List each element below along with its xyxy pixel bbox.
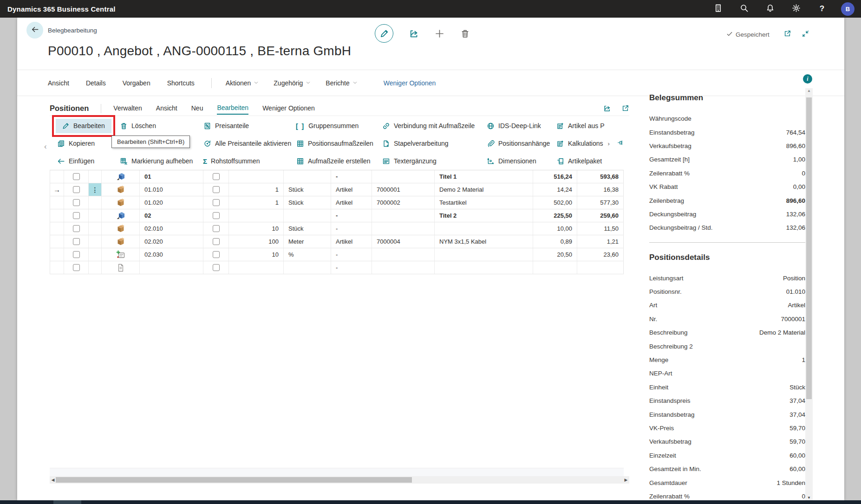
table-cell[interactable]: - (331, 209, 372, 222)
row-checkbox[interactable] (213, 251, 220, 258)
table-cell[interactable]: 225,50 (533, 209, 577, 222)
field-label[interactable]: Gesamtdauer (649, 479, 687, 486)
action-textergänzung[interactable]: Textergänzung (381, 152, 485, 170)
ribbon-less-options[interactable]: Weniger Optionen (384, 79, 436, 87)
field-label[interactable]: Währungscode (649, 115, 691, 122)
field-label[interactable]: Beschreibung (649, 329, 688, 336)
action-gruppensummen[interactable]: [ ]Gruppensummen (295, 117, 381, 135)
table-cell[interactable] (435, 222, 533, 235)
field-label[interactable]: NEP-Art (649, 370, 672, 377)
row-menu-icon[interactable]: ⋮ (92, 186, 98, 194)
table-row-02.010[interactable]: 02.01010Stück-10,0011,50 (50, 222, 623, 235)
table-cell[interactable]: 7000002 (372, 196, 435, 209)
action-kopieren[interactable]: Kopieren (56, 135, 118, 152)
factbox-scrollbar[interactable]: ▲ ▼ (805, 88, 813, 500)
field-label[interactable]: Leistungsart (649, 275, 684, 282)
share-button[interactable] (409, 29, 419, 39)
row-checkbox[interactable] (73, 225, 80, 232)
table-cell[interactable]: Artikel (331, 196, 372, 209)
info-icon[interactable]: i (803, 74, 812, 84)
tab-bearbeiten[interactable]: Bearbeiten (217, 102, 248, 115)
row-checkbox[interactable] (213, 264, 220, 271)
table-cell[interactable]: 1,21 (577, 235, 623, 248)
field-label[interactable]: Einstandsbetrag (649, 411, 695, 418)
table-cell[interactable] (229, 261, 284, 274)
table-cell[interactable]: 20,50 (533, 248, 577, 261)
field-label[interactable]: Gesamtzeit in Min. (649, 465, 701, 472)
table-cell[interactable] (284, 170, 331, 183)
table-cell[interactable] (435, 248, 533, 261)
building-button[interactable] (711, 2, 725, 16)
table-cell[interactable]: 23,60 (577, 248, 623, 261)
tab-weniger-optionen[interactable]: Weniger Optionen (262, 103, 315, 114)
action-positionsaufmaßzeilen[interactable]: Positionsaufmaßzeilen (295, 135, 381, 152)
table-cell[interactable]: - (331, 248, 372, 261)
ribbon-menu-aktionen[interactable]: Aktionen (226, 79, 259, 87)
table-cell[interactable]: 01 (140, 170, 203, 183)
collapse-button[interactable] (802, 30, 809, 38)
table-cell[interactable] (284, 209, 331, 222)
action-artikel-aus-p[interactable]: Artikel aus P (555, 117, 632, 135)
table-cell[interactable] (533, 261, 577, 274)
user-avatar[interactable]: B (841, 2, 854, 16)
field-label[interactable]: Zeilenrabatt % (649, 493, 690, 500)
ribbon-item-details[interactable]: Details (86, 79, 106, 87)
table-cell[interactable]: 10,00 (533, 222, 577, 235)
action-artikelpaket[interactable]: Artikelpaket (555, 152, 632, 170)
table-cell[interactable]: Stück (284, 183, 331, 196)
row-checkbox[interactable] (213, 199, 220, 206)
pin-icon[interactable] (617, 139, 624, 148)
section-popout-button[interactable] (621, 104, 629, 112)
table-cell[interactable] (140, 261, 203, 274)
action-bearbeiten[interactable]: Bearbeiten (56, 119, 111, 133)
table-cell[interactable]: Artikel (331, 235, 372, 248)
table-cell[interactable] (372, 209, 435, 222)
row-checkbox[interactable] (73, 186, 80, 193)
chevron-right-icon[interactable]: › (608, 140, 610, 147)
field-label[interactable]: Zeilenbetrag (649, 197, 684, 204)
field-label[interactable]: Verkaufsbetrag (649, 438, 691, 445)
field-label[interactable]: Nr. (649, 316, 657, 323)
table-cell[interactable]: 11,50 (577, 222, 623, 235)
table-cell[interactable] (372, 248, 435, 261)
ribbon-menu-zugehörig[interactable]: Zugehörig (274, 79, 311, 87)
action-markierung-aufheben[interactable]: Markierung aufheben (118, 152, 202, 170)
table-cell[interactable]: Artikel (331, 183, 372, 196)
table-cell[interactable]: Demo 2 Material (435, 183, 533, 196)
field-label[interactable]: Zeilenrabatt % (649, 170, 690, 177)
field-label[interactable]: Positionsnr. (649, 288, 682, 295)
toolbar-scroll-left-icon[interactable]: ‹ (44, 142, 47, 151)
table-cell[interactable] (372, 222, 435, 235)
horizontal-scrollbar[interactable]: ◀ ▶ (50, 476, 629, 484)
table-cell[interactable] (435, 261, 533, 274)
table-cell[interactable] (577, 261, 623, 274)
section-share-button[interactable] (603, 104, 611, 112)
table-row-empty[interactable]: - (50, 261, 623, 274)
help-button[interactable]: ? (815, 2, 829, 16)
table-cell[interactable]: Titel 1 (435, 170, 533, 183)
table-row-01.010[interactable]: →⋮01.0101StückArtikel7000001Demo 2 Mater… (50, 183, 623, 196)
field-label[interactable]: Gesamtzeit [h] (649, 156, 690, 163)
row-checkbox[interactable] (73, 238, 80, 245)
field-label[interactable]: Art (649, 302, 657, 309)
action-dimensionen[interactable]: Dimensionen (485, 152, 555, 170)
field-label[interactable]: Beschreibung 2 (649, 343, 693, 350)
field-label[interactable]: Einzelzeit (649, 452, 676, 459)
ribbon-item-ansicht[interactable]: Ansicht (48, 79, 69, 87)
table-cell[interactable]: NYM 3x1,5 Kabel (435, 235, 533, 248)
table-cell[interactable]: Stück (284, 222, 331, 235)
row-checkbox[interactable] (73, 251, 80, 258)
table-cell[interactable] (372, 170, 435, 183)
table-cell[interactable]: 02 (140, 209, 203, 222)
breadcrumb[interactable]: Belegbearbeitung (48, 27, 97, 34)
table-cell[interactable]: Titel 2 (435, 209, 533, 222)
bell-button[interactable] (763, 2, 777, 16)
action-positionsanhänge[interactable]: Positionsanhänge (485, 135, 555, 152)
field-label[interactable]: Menge (649, 356, 668, 363)
scroll-down-arrow-icon[interactable]: ▼ (805, 496, 813, 500)
table-cell[interactable]: 593,68 (577, 170, 623, 183)
table-cell[interactable]: 16,38 (577, 183, 623, 196)
table-cell[interactable] (372, 261, 435, 274)
table-cell[interactable]: 100 (229, 235, 284, 248)
row-checkbox[interactable] (213, 238, 220, 245)
